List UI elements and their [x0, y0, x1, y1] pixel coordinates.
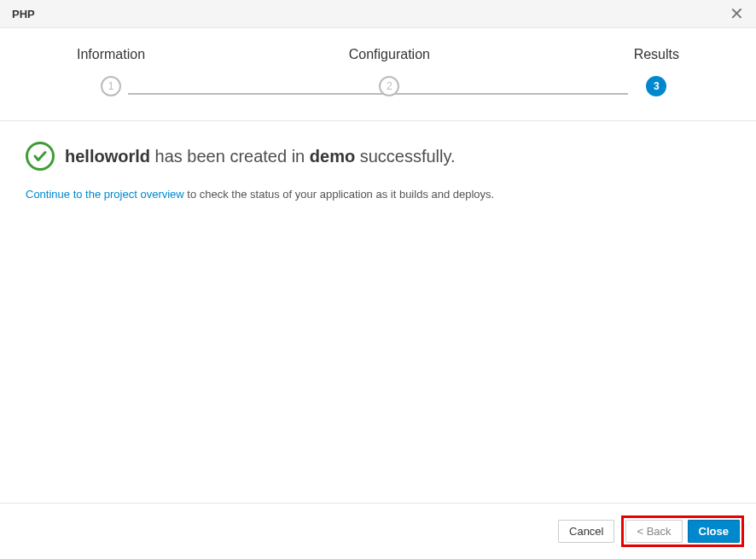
step-configuration[interactable]: Configuration 2 [349, 47, 430, 96]
step-label: Configuration [349, 47, 430, 62]
overview-link[interactable]: Continue to the project overview [26, 188, 184, 201]
step-label: Information [77, 47, 145, 62]
cancel-button[interactable]: Cancel [558, 520, 614, 543]
content-area: helloworld has been created in demo succ… [0, 121, 756, 221]
modal-header: PHP ✕ [0, 0, 756, 28]
result-mid1: has been created in [150, 147, 310, 166]
back-button[interactable]: < Back [625, 520, 682, 543]
step-circle: 2 [379, 76, 399, 96]
step-circle: 1 [101, 76, 121, 96]
success-icon [26, 142, 55, 171]
followup-text: Continue to the project overview to chec… [26, 188, 730, 201]
modal-footer: Cancel < Back Close [0, 503, 756, 559]
highlight-box: < Back Close [621, 515, 744, 547]
wizard-steps: Information 1 Configuration 2 Results 3 [0, 28, 756, 121]
step-label: Results [634, 47, 679, 62]
result-mid2: successfully. [355, 147, 455, 166]
app-name: helloworld [65, 147, 150, 166]
step-information[interactable]: Information 1 [77, 47, 145, 96]
close-icon[interactable]: ✕ [730, 5, 744, 22]
step-circle: 3 [646, 76, 666, 96]
result-text: helloworld has been created in demo succ… [65, 147, 456, 166]
modal-title: PHP [12, 8, 35, 20]
close-button[interactable]: Close [688, 520, 740, 543]
project-name: demo [310, 147, 355, 166]
followup-tail: to check the status of your application … [184, 188, 495, 201]
step-results[interactable]: Results 3 [634, 47, 679, 96]
result-message-row: helloworld has been created in demo succ… [26, 142, 730, 171]
